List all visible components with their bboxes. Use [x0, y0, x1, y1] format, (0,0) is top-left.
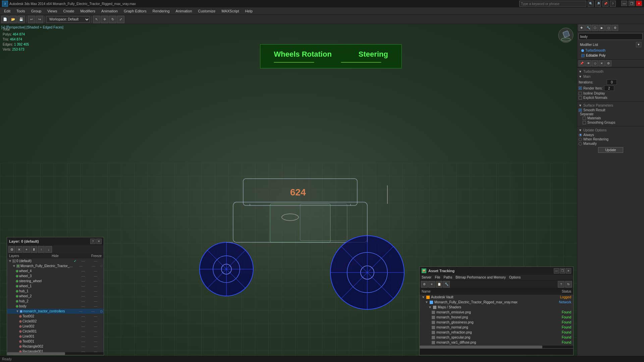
asset-refresh-btn[interactable]: ↻ [565, 281, 572, 288]
menu-graph-editors[interactable]: Graph Editors [121, 8, 149, 14]
layer-item-circle001[interactable]: Circle001 — — [7, 329, 104, 334]
menu-animation2[interactable]: Animation [173, 8, 195, 14]
asset-maps-row[interactable]: ▼ Maps / Shaders [420, 305, 573, 310]
asset-menu-paths[interactable]: Paths [444, 276, 452, 279]
menu-group[interactable]: Group [29, 8, 44, 14]
menu-create[interactable]: Create [60, 8, 77, 14]
toolbar-rotate[interactable]: ↻ [109, 16, 116, 23]
panel-icon-create[interactable]: ✚ [579, 25, 585, 31]
isoline-checkbox[interactable] [579, 92, 582, 95]
modifier-checkbox[interactable] [581, 54, 585, 57]
layer-item-line001[interactable]: Line001 — — [7, 334, 104, 339]
pin-btn[interactable]: 📌 [602, 1, 608, 7]
find-btn[interactable]: 🔎 [595, 1, 601, 7]
workspace-dropdown[interactable]: Workspace: Default [46, 16, 90, 23]
layers-help-btn[interactable]: ? [90, 239, 96, 244]
layer-item-hub2[interactable]: hub_2 — — [7, 299, 104, 304]
asset-minimize-btn[interactable]: — [554, 268, 559, 274]
layers-close-btn[interactable]: ✕ [96, 239, 102, 244]
layer-btn6[interactable]: ↓ [45, 246, 52, 253]
asset-tb-btn1[interactable]: ⚙ [421, 281, 428, 288]
menu-edit[interactable]: Edit [1, 8, 13, 14]
asset-close-btn[interactable]: ✕ [566, 268, 571, 274]
panel-icon-utilities[interactable]: ⚙ [612, 25, 618, 31]
layer-item-steering-wheel[interactable]: steering_wheel — — [7, 279, 104, 284]
asset-tb-btn3[interactable]: 📋 [436, 281, 442, 288]
menu-modifiers[interactable]: Modifiers [77, 8, 98, 14]
toolbar-redo[interactable]: ↪ [36, 16, 43, 23]
layer-item-wheel4[interactable]: wheel_4 — — [7, 268, 104, 274]
menu-tools[interactable]: Tools [14, 8, 28, 14]
asset-menu-options[interactable]: Options [509, 276, 521, 279]
layer-item-hub1[interactable]: hub_1 — — [7, 289, 104, 294]
help-btn[interactable]: ? [610, 1, 616, 7]
asset-tb-btn2[interactable]: ≡ [428, 281, 435, 288]
toolbar-open[interactable]: 📂 [9, 16, 17, 23]
toolbar-save[interactable]: 💾 [17, 16, 25, 23]
layer-add-btn[interactable]: + [23, 246, 30, 253]
layer-item-text001[interactable]: Text001 — — [7, 339, 104, 344]
menu-maxscript[interactable]: MAXScript [219, 8, 242, 14]
asset-var1diffuse-row[interactable]: monarch_var1_diffuse.png Found [420, 340, 573, 345]
materials-checkbox[interactable] [583, 117, 586, 120]
toolbar-select[interactable]: ↖ [93, 16, 100, 23]
iterations-input[interactable] [607, 79, 617, 85]
panel-icon-hierarchy[interactable]: ⬡ [592, 25, 598, 31]
layer-item-rectangle002[interactable]: Rectangle002 — — [7, 344, 104, 349]
asset-monarch-file-row[interactable]: ▼ Monarch_Fully_Electric_Tractor_Rigged_… [420, 300, 573, 305]
layer-item-monarch[interactable]: ▼ M Monarch_Fully_Electric_Tractor_Rigge… [7, 263, 104, 268]
layer-item-wheel3[interactable]: wheel_3 — — [7, 274, 104, 279]
layer-item-default[interactable]: ▼ L 0 (default) ✓ — — [7, 258, 104, 263]
asset-restore-btn[interactable]: ❐ [560, 268, 565, 274]
show-result-btn[interactable]: 👁 [585, 60, 591, 66]
panel-icon-display[interactable]: ◻ [605, 25, 611, 31]
smoothing-groups-checkbox[interactable] [583, 121, 586, 124]
make-unique-btn[interactable]: ◇ [592, 60, 598, 66]
when-rendering-radio[interactable] [579, 138, 582, 141]
menu-help[interactable]: Help [242, 8, 255, 14]
close-btn[interactable]: ✕ [636, 1, 642, 6]
asset-menu-file[interactable]: File [435, 276, 440, 279]
configure-btn[interactable]: ⚙ [605, 60, 611, 66]
object-name-field[interactable] [579, 33, 643, 40]
asset-menu-server[interactable]: Server [422, 276, 431, 279]
asset-menu-bitmap[interactable]: Bitmap Performance and Memory [455, 276, 506, 279]
render-iters-checkbox[interactable]: ✓ [579, 86, 582, 90]
layer-item-rectangle001[interactable]: Rectangle001 — — [7, 349, 104, 352]
remove-modifier-btn[interactable]: ✕ [599, 60, 605, 66]
asset-tb-btn4[interactable]: 🔧 [443, 281, 450, 288]
asset-scrollbar[interactable] [420, 346, 573, 348]
layer-settings-btn[interactable]: ⚙ [8, 246, 15, 253]
layer-item-body[interactable]: body — — [7, 304, 104, 309]
layers-scrollbar[interactable] [7, 352, 104, 355]
smooth-result-checkbox[interactable]: ✓ [579, 109, 582, 112]
restore-btn[interactable]: ❐ [629, 1, 635, 6]
render-iters-input[interactable] [604, 85, 614, 91]
toolbar-move[interactable]: ✛ [101, 16, 108, 23]
manually-radio[interactable] [579, 142, 582, 145]
layer-item-line002[interactable]: Line002 — — [7, 324, 104, 329]
modifier-editable-poly[interactable]: Editable Poly [579, 53, 643, 58]
panel-icon-modify[interactable]: 🔧 [585, 25, 591, 31]
asset-refraction-row[interactable]: monarch_refraction.png Found [420, 330, 573, 335]
toolbar-undo[interactable]: ↩ [28, 16, 35, 23]
keyword-search-input[interactable] [519, 1, 586, 7]
menu-customize[interactable]: Customize [196, 8, 218, 14]
toolbar-new[interactable]: 📄 [1, 16, 9, 23]
pin-to-stack-btn[interactable]: 📌 [579, 60, 585, 66]
menu-animation[interactable]: Animation [99, 8, 120, 14]
minimize-btn[interactable]: — [621, 1, 627, 6]
asset-fresnel-row[interactable]: monarch_fresnel.png Found [420, 315, 573, 320]
layer-item-circle002[interactable]: Circle002 — — [7, 319, 104, 324]
asset-specular-row[interactable]: monarch_specular.png Found [420, 335, 573, 340]
asset-help-btn[interactable]: ? [558, 281, 565, 288]
menu-views[interactable]: Views [45, 8, 60, 14]
layer-item-wheel2[interactable]: wheel_2 — — [7, 294, 104, 299]
layer-item-controllers[interactable]: ▼ monarch_tractor_controllers — — □ [7, 309, 104, 314]
panel-icon-motion[interactable]: ▶ [599, 25, 605, 31]
layer-delete-btn[interactable]: ✕ [16, 246, 22, 253]
layer-item-text002[interactable]: Text002 — — [7, 314, 104, 319]
always-radio[interactable] [579, 133, 582, 137]
asset-emissive-row[interactable]: monarch_emissive.png Found [420, 310, 573, 315]
layer-btn5[interactable]: ↑ [38, 246, 45, 253]
